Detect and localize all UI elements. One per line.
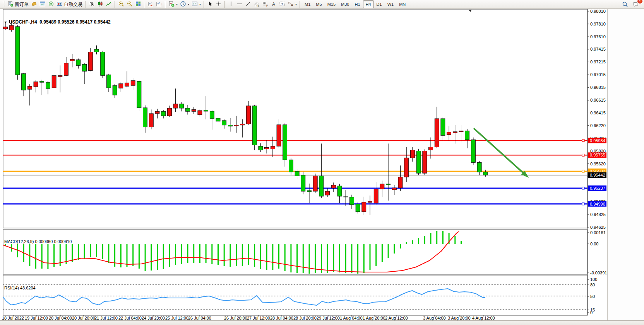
candle-body (137, 81, 141, 108)
time-axis[interactable]: 18 Jul 202219 Jul 12:0020 Jul 04:0020 Ju… (2, 315, 495, 320)
candle-body (64, 63, 69, 75)
cursor-button[interactable] (206, 1, 214, 8)
fibonacci-button[interactable]: F (261, 1, 269, 8)
auto-scroll-icon (147, 1, 154, 8)
trendline-button[interactable] (244, 1, 252, 8)
timeframe-h4-button[interactable]: H4 (363, 0, 374, 8)
time-axis-label: 26 Jul 04:00 (188, 316, 211, 320)
candle-body (283, 125, 287, 160)
svg-text:A: A (272, 1, 275, 7)
candle-body (210, 111, 214, 119)
tile-windows-button[interactable] (134, 1, 142, 8)
svg-text:0.00: 0.00 (590, 242, 598, 246)
candle-body (447, 132, 451, 135)
timeframe-m30-button[interactable]: M30 (338, 0, 352, 8)
new-order-icon (7, 1, 14, 8)
candle-body (289, 160, 293, 172)
chevron-down-icon: ▾ (188, 3, 189, 6)
candle-body (149, 114, 153, 127)
candle-body (477, 162, 481, 172)
chevron-down-icon[interactable]: ▼ (4, 20, 7, 24)
candle-body (222, 121, 226, 125)
bar-chart-button[interactable] (87, 1, 96, 8)
timeframe-w1-button[interactable]: W1 (385, 0, 397, 8)
arrows-button[interactable]: ▾ (286, 1, 298, 8)
line-handle[interactable] (582, 203, 584, 205)
candle-body (398, 177, 402, 188)
zoom-out-icon (127, 1, 133, 8)
navigator-icon (48, 1, 54, 8)
zoom-in-button[interactable] (117, 1, 125, 8)
text-button[interactable]: A (269, 1, 278, 8)
crosshair-icon (216, 1, 222, 8)
fibonacci-icon: F (262, 1, 268, 8)
data-window-button[interactable] (38, 1, 47, 8)
candlestick-button[interactable] (96, 1, 104, 8)
rsi-indicator-label: RSI(14) 43.6204 (4, 286, 36, 290)
search-icon[interactable] (621, 1, 629, 8)
svg-text:0.96615: 0.96615 (590, 98, 606, 102)
price-axis: 0.980100.978100.976100.974150.972150.970… (587, 9, 606, 230)
chart-shift-icon (156, 1, 162, 8)
data-window-icon (39, 1, 46, 8)
line-handle[interactable] (582, 154, 584, 156)
trendline-icon (245, 1, 251, 8)
zoom-out-button[interactable] (125, 1, 134, 8)
chat-icon[interactable]: 1 (632, 1, 640, 8)
svg-text:0.97415: 0.97415 (590, 47, 606, 51)
svg-text:0.96415: 0.96415 (590, 111, 606, 115)
candle-body (155, 111, 159, 114)
indicators-button[interactable]: ▾ (167, 1, 179, 8)
svg-text:0.97215: 0.97215 (590, 60, 606, 64)
svg-text:T: T (281, 2, 284, 6)
timeframe-mn-button[interactable]: MN (396, 0, 408, 8)
bar-chart-icon (89, 1, 95, 8)
line-handle[interactable] (582, 140, 584, 142)
timeframe-m1-button[interactable]: M1 (302, 0, 313, 8)
navigator-button[interactable] (47, 1, 55, 8)
candle-body (125, 83, 129, 86)
candle-body (453, 132, 457, 133)
line-handle[interactable] (582, 187, 584, 189)
svg-text:0.96815: 0.96815 (590, 85, 606, 90)
periods-button[interactable]: ▾ (179, 1, 190, 8)
candle-body (441, 119, 445, 136)
candle-body (252, 106, 257, 145)
horizontal-line-button[interactable] (235, 1, 244, 8)
text-label-button[interactable]: T (278, 1, 286, 8)
channel-button[interactable]: E (252, 1, 261, 8)
auto-scroll-button[interactable] (146, 1, 155, 8)
tile-windows-icon (135, 1, 141, 8)
chart-title: ▼USDCHF-,H4 0.95489 0.95526 0.95417 0.95… (4, 19, 111, 25)
time-axis-label: 1 Aug 04:00 (340, 316, 363, 320)
candle-body (265, 148, 269, 149)
line-handle[interactable] (582, 170, 584, 172)
line-chart-button[interactable] (104, 1, 113, 8)
candle-body (423, 151, 427, 173)
price-label-text: 0.95984 (590, 138, 605, 143)
svg-text:0.97810: 0.97810 (590, 22, 606, 26)
time-axis-label: 2 Aug 12:00 (385, 316, 408, 320)
candle-body (3, 27, 8, 29)
chart-window[interactable]: ▼USDCHF-,H4 0.95489 0.95526 0.95417 0.95… (0, 9, 608, 321)
empty-client-area (608, 9, 644, 321)
candle-body (247, 106, 251, 124)
candle-body (362, 202, 366, 212)
timeframe-m5-button[interactable]: M5 (313, 0, 324, 8)
time-axis-label: 28 Jul 04:00 (270, 316, 293, 320)
vertical-line-button[interactable] (227, 1, 235, 8)
market-watch-button[interactable] (30, 1, 38, 8)
timeframe-m15-button[interactable]: M15 (325, 0, 338, 8)
market-watch-icon (31, 1, 37, 8)
toolbar-grip[interactable] (3, 1, 5, 7)
timeframe-h1-button[interactable]: H1 (352, 0, 363, 8)
new-order-button[interactable]: 新订单 (6, 1, 30, 8)
chart-shift-button[interactable] (155, 1, 163, 8)
indicators-icon (168, 1, 175, 8)
timeframe-d1-button[interactable]: D1 (374, 0, 385, 8)
autotrade-button[interactable]: 自动交易 (55, 1, 84, 8)
templates-button[interactable]: ▾ (190, 1, 202, 8)
price-chart-canvas[interactable]: 0.980100.978100.976100.974150.972150.970… (0, 9, 608, 321)
chevron-down-icon: ▾ (176, 3, 178, 6)
crosshair-button[interactable] (214, 1, 223, 8)
